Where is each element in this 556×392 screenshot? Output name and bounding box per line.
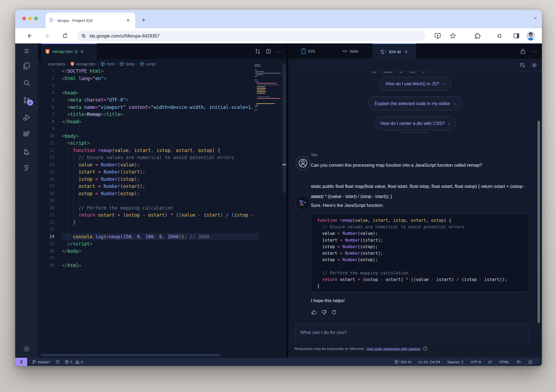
- breadcrumb[interactable]: examples›remap.htm›html›body›script: [48, 59, 156, 68]
- code-line[interactable]: 27: [38, 255, 259, 262]
- panel-more-actions-icon[interactable]: ···: [531, 49, 538, 54]
- suggestion-chip[interactable]: Explain the selected code in my editor›: [368, 97, 462, 110]
- indentation-setting[interactable]: Spaces: 2: [447, 360, 463, 364]
- menu-hamburger-icon[interactable]: [15, 45, 38, 57]
- code-line[interactable]: 15 istart = Number(istart);: [38, 168, 259, 176]
- breadcrumb-item[interactable]: examples: [48, 62, 65, 66]
- search-icon[interactable]: [15, 77, 38, 89]
- code-line[interactable]: 6 <meta name="viewport" content="width=d…: [38, 104, 259, 111]
- source-control-icon[interactable]: 2: [15, 94, 38, 106]
- suggestion-chip[interactable]: How do I center a div with CSS?›: [374, 116, 456, 130]
- eol-setting[interactable]: LF: [488, 360, 492, 364]
- code-line[interactable]: 14 value = Number(value);: [38, 161, 259, 169]
- code-line[interactable]: 23: [38, 226, 259, 233]
- breadcrumb-item[interactable]: html: [100, 62, 114, 66]
- disclaimer-link[interactable]: Use code responses with caution.: [367, 347, 421, 351]
- zoom-window-button[interactable]: [34, 17, 38, 20]
- google-icon[interactable]: G: [496, 32, 503, 40]
- explorer-icon[interactable]: [15, 60, 38, 72]
- tab-web[interactable]: <> Web: [330, 43, 371, 59]
- chrome-menu-icon[interactable]: [539, 32, 542, 40]
- code-line[interactable]: 18 ostop = Number(ostop);: [38, 190, 259, 197]
- code-line[interactable]: 1<!DOCTYPE html>: [38, 68, 259, 75]
- breadcrumb-item[interactable]: script: [140, 62, 156, 66]
- close-window-button[interactable]: [22, 17, 26, 20]
- lock-icon[interactable]: [520, 48, 526, 54]
- bookmark-star-icon[interactable]: [449, 32, 457, 40]
- idx-ai-activity-icon[interactable]: [15, 162, 38, 174]
- chat-settings-gear-icon[interactable]: [531, 62, 538, 68]
- language-mode[interactable]: HTML: [499, 360, 509, 364]
- feedback-icon[interactable]: [516, 360, 521, 364]
- code-line[interactable]: 25 </script>: [38, 240, 259, 248]
- regenerate-icon[interactable]: [331, 309, 337, 315]
- code-line[interactable]: 16 istop = Number(istop);: [38, 176, 259, 183]
- code-line[interactable]: 3: [38, 82, 259, 89]
- code-line[interactable]: 2<html lang="en">: [38, 75, 259, 82]
- code-line[interactable]: 21 return ostart + (ostop - ostart) * ((…: [38, 211, 259, 219]
- editor-scrollbar-horizontal[interactable]: [41, 354, 220, 356]
- clear-chat-icon[interactable]: [519, 62, 526, 68]
- info-icon[interactable]: [423, 346, 428, 351]
- code-line[interactable]: 10<body>: [38, 132, 259, 140]
- code-line[interactable]: 5 <meta charset="UTF-8">: [38, 96, 259, 104]
- reload-icon[interactable]: [61, 32, 69, 40]
- tab-ios[interactable]: iOS: [288, 43, 328, 59]
- thumbs-up-icon[interactable]: [311, 309, 317, 315]
- tab-close-icon[interactable]: ✕: [125, 17, 131, 24]
- address-bar[interactable]: idx.google.com/u/0/kirupa-8429357: [77, 31, 425, 41]
- code-line[interactable]: 19: [38, 197, 259, 204]
- install-app-icon[interactable]: [434, 32, 441, 40]
- code-line[interactable]: 8</head>: [38, 118, 259, 125]
- code-line[interactable]: 11 <script>: [38, 140, 259, 147]
- remote-indicator[interactable]: [15, 358, 27, 366]
- code-line[interactable]: 4<head>: [38, 89, 259, 97]
- code-line[interactable]: 28</html>: [38, 262, 259, 269]
- window-controls[interactable]: [22, 17, 38, 20]
- git-branch-status[interactable]: master*: [32, 360, 50, 364]
- breadcrumb-item[interactable]: remap.htm: [70, 62, 96, 66]
- minimize-window-button[interactable]: [28, 17, 32, 20]
- status-idx-ai[interactable]: IDX AI: [395, 360, 411, 364]
- chat-input[interactable]: [295, 325, 529, 339]
- extensions-panel-icon[interactable]: [15, 128, 38, 140]
- cursor-position[interactable]: Ln 24, Col 54: [418, 360, 440, 364]
- editor-tab-close-icon[interactable]: ✕: [80, 49, 84, 54]
- ai-code-block[interactable]: function remap(value, istart, istop, ost…: [311, 213, 529, 292]
- open-changes-icon[interactable]: [255, 48, 261, 54]
- code-line[interactable]: 20 // Perform the mapping calculation: [38, 204, 259, 212]
- suggestion-chip[interactable]: How do I use fetch() in JS?›: [379, 77, 451, 91]
- forward-icon[interactable]: [43, 32, 51, 40]
- split-editor-icon[interactable]: [266, 48, 271, 54]
- scrollbar-thumb[interactable]: [282, 64, 286, 193]
- chat-scrollbar[interactable]: [538, 121, 540, 323]
- code-line[interactable]: 7 <title>Remap</title>: [38, 111, 259, 118]
- settings-gear-icon[interactable]: [15, 343, 38, 355]
- code-line[interactable]: 9: [38, 125, 259, 132]
- extensions-icon[interactable]: [474, 32, 482, 40]
- breadcrumb-item[interactable]: body: [119, 62, 135, 66]
- code-line[interactable]: 22 }: [38, 219, 259, 226]
- editor-tab-remap[interactable]: remap.htm U ✕: [41, 43, 97, 59]
- code-line[interactable]: 26</body>: [38, 248, 259, 255]
- code-line[interactable]: 17 ostart = Number(ostart);: [38, 183, 259, 190]
- tab-idx-ai[interactable]: IDX AI ✕: [372, 43, 416, 59]
- site-settings-icon[interactable]: [81, 33, 86, 39]
- back-icon[interactable]: [26, 32, 33, 40]
- run-debug-icon[interactable]: [15, 111, 38, 123]
- editor-scrollbar-vertical[interactable]: [282, 43, 287, 358]
- browser-tab[interactable]: kirupa - Project IDX ✕: [46, 12, 135, 28]
- firebase-icon[interactable]: [15, 146, 38, 157]
- tab-close-icon[interactable]: ✕: [405, 49, 408, 54]
- tab-search-chevron-icon[interactable]: [533, 16, 538, 20]
- code-line[interactable]: 24 console.log(remap(150, 0, 100, 0, 200…: [38, 233, 259, 241]
- thumbs-down-icon[interactable]: [321, 309, 327, 315]
- notifications-bell-icon[interactable]: [528, 360, 533, 364]
- code-line[interactable]: 13 // Ensure values are numerical to avo…: [38, 154, 259, 161]
- sync-status[interactable]: [55, 360, 60, 364]
- side-panel-icon[interactable]: [513, 32, 520, 40]
- encoding-setting[interactable]: UTF-8: [470, 360, 481, 364]
- code-line[interactable]: 12 function remap(value, istart, istop, …: [38, 147, 259, 154]
- profile-avatar[interactable]: [526, 31, 535, 40]
- code-editor[interactable]: 1<!DOCTYPE html>2<html lang="en">34<head…: [38, 68, 259, 269]
